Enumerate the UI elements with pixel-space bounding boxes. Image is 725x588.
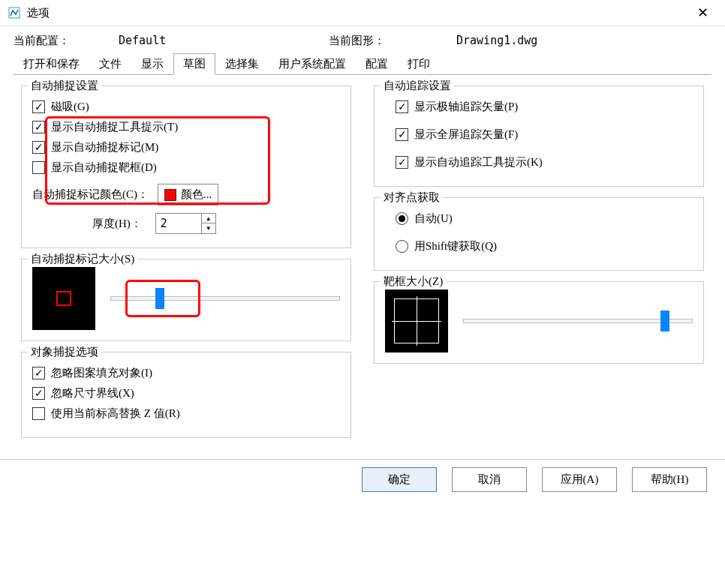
- cb-ignore-dim[interactable]: [32, 387, 45, 400]
- autosnap-title: 自动捕捉设置: [28, 79, 101, 93]
- autosnap-group: 自动捕捉设置 磁吸(G) 显示自动捕捉工具提示(T) 显示自动捕捉标记(M) 显…: [21, 86, 351, 248]
- window-title: 选项: [27, 6, 687, 20]
- cb-snap-marker[interactable]: [32, 141, 45, 154]
- radio-shift[interactable]: [396, 240, 408, 253]
- marker-size-group: 自动捕捉标记大小(S): [21, 259, 351, 341]
- red-square-icon: [56, 291, 71, 306]
- button-bar: 确定 取消 应用(A) 帮助(H): [0, 459, 725, 500]
- tab-sketch[interactable]: 草图: [173, 53, 215, 75]
- marker-slider[interactable]: [110, 296, 340, 301]
- align-group: 对齐点获取 自动(U) 用Shift键获取(Q): [374, 197, 704, 271]
- spinner-up-icon[interactable]: ▲: [202, 214, 215, 224]
- aperture-slider-thumb[interactable]: [660, 310, 669, 332]
- osnap-opts-title: 对象捕捉选项: [28, 345, 101, 359]
- cb-polar-label: 显示极轴追踪矢量(P): [414, 100, 518, 114]
- cb-ignore-hatch-label: 忽略图案填充对象(I): [51, 366, 152, 380]
- autotrack-title: 自动追踪设置: [381, 79, 454, 93]
- aperture-slider[interactable]: [463, 319, 693, 323]
- thickness-input[interactable]: [156, 214, 201, 233]
- cb-magnet-label: 磁吸(G): [51, 100, 89, 114]
- profile-value: Default: [119, 34, 329, 48]
- radio-auto[interactable]: [396, 212, 408, 225]
- close-icon[interactable]: ✕: [687, 4, 717, 21]
- thickness-spinner[interactable]: ▲▼: [155, 213, 216, 234]
- cb-polar[interactable]: [396, 100, 408, 113]
- cb-fullscreen[interactable]: [396, 128, 408, 141]
- radio-shift-label: 用Shift键获取(Q): [414, 239, 497, 254]
- tab-display[interactable]: 显示: [131, 53, 173, 75]
- cb-track-tooltip-label: 显示自动追踪工具提示(K): [414, 155, 543, 170]
- color-button[interactable]: 颜色...: [158, 184, 218, 206]
- marker-size-title: 自动捕捉标记大小(S): [28, 252, 137, 266]
- titlebar: 选项 ✕: [0, 0, 725, 26]
- align-title: 对齐点获取: [381, 190, 443, 205]
- tab-user[interactable]: 用户系统配置: [269, 53, 356, 75]
- cb-snap-marker-label: 显示自动捕捉标记(M): [51, 140, 158, 154]
- cb-track-tooltip[interactable]: [396, 156, 408, 169]
- aperture-size-group: 靶框大小(Z): [374, 281, 704, 364]
- cb-snap-aperture[interactable]: [32, 161, 45, 174]
- tab-file[interactable]: 文件: [89, 53, 131, 75]
- cb-ignore-hatch[interactable]: [32, 367, 45, 380]
- marker-slider-thumb[interactable]: [155, 288, 164, 309]
- cb-fullscreen-label: 显示全屏追踪矢量(F): [414, 128, 518, 142]
- aperture-preview: [385, 290, 448, 352]
- autotrack-group: 自动追踪设置 显示极轴追踪矢量(P) 显示全屏追踪矢量(F) 显示自动追踪工具提…: [374, 86, 704, 187]
- cb-snap-aperture-label: 显示自动捕捉靶框(D): [51, 160, 157, 175]
- tab-bar: 打开和保存 文件 显示 草图 选择集 用户系统配置 配置 打印: [14, 52, 711, 75]
- cancel-button[interactable]: 取消: [452, 467, 527, 492]
- aperture-size-title: 靶框大小(Z): [381, 274, 446, 289]
- help-button[interactable]: 帮助(H): [632, 467, 707, 492]
- drawing-label: 当前图形：: [329, 34, 456, 48]
- thickness-label: 厚度(H)：: [92, 217, 142, 231]
- color-btn-label: 颜色...: [181, 188, 212, 202]
- cb-snap-tooltip[interactable]: [32, 121, 45, 134]
- color-label: 自动捕捉标记颜色(C)：: [32, 188, 149, 202]
- marker-preview: [32, 267, 95, 330]
- tab-open-save[interactable]: 打开和保存: [14, 53, 89, 75]
- grid-square-icon: [394, 298, 439, 344]
- color-swatch: [164, 189, 176, 201]
- tab-selection[interactable]: 选择集: [215, 53, 269, 75]
- tab-config[interactable]: 配置: [356, 53, 398, 75]
- radio-auto-label: 自动(U): [414, 212, 453, 226]
- cb-zreplace[interactable]: [32, 407, 45, 420]
- spinner-down-icon[interactable]: ▼: [202, 224, 215, 233]
- profile-label: 当前配置：: [14, 34, 119, 48]
- app-icon: [8, 6, 21, 20]
- cb-snap-tooltip-label: 显示自动捕捉工具提示(T): [51, 120, 178, 134]
- cb-ignore-dim-label: 忽略尺寸界线(X): [51, 386, 134, 400]
- cb-zreplace-label: 使用当前标高替换 Z 值(R): [51, 406, 180, 421]
- cb-magnet[interactable]: [32, 100, 45, 113]
- osnap-opts-group: 对象捕捉选项 忽略图案填充对象(I) 忽略尺寸界线(X) 使用当前标高替换 Z …: [21, 352, 351, 438]
- tab-print[interactable]: 打印: [398, 53, 440, 75]
- info-row: 当前配置： Default 当前图形： Drawing1.dwg: [0, 26, 725, 52]
- apply-button[interactable]: 应用(A): [542, 467, 617, 492]
- drawing-value: Drawing1.dwg: [456, 34, 666, 48]
- ok-button[interactable]: 确定: [362, 467, 437, 492]
